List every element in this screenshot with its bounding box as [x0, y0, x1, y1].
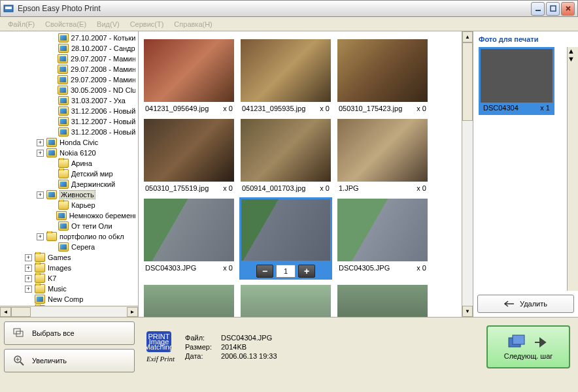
- qty-plus-button[interactable]: +: [298, 265, 315, 278]
- tree-item-label: 30.05.2009 - ND Clu: [71, 86, 135, 94]
- select-all-icon: [12, 327, 26, 339]
- thumbnail[interactable]: DSC04303.JPGx 0: [143, 197, 235, 280]
- svg-rect-15: [513, 335, 524, 344]
- tree-expander: [48, 181, 56, 188]
- tree-expander[interactable]: +: [37, 191, 44, 199]
- tree-item[interactable]: 28.10.2007 - Сандр: [0, 43, 138, 54]
- folder-icon: [58, 86, 68, 95]
- tree-item[interactable]: +Games: [0, 252, 138, 263]
- tree-item[interactable]: +Nokia 6120: [0, 148, 138, 158]
- thumbnail[interactable]: [239, 284, 332, 317]
- print-queue-header: Фото для печати: [473, 31, 578, 47]
- print-queue-item[interactable]: DSC04304 x 1: [479, 47, 554, 115]
- print-vscrollbar[interactable]: ▲▼: [567, 47, 578, 291]
- tree-item-label: New Comp: [48, 295, 83, 303]
- menu-file[interactable]: Файл(F): [3, 20, 40, 28]
- folder-icon: [46, 148, 57, 157]
- thumbnail[interactable]: −+: [239, 197, 332, 280]
- thumbnail[interactable]: [143, 284, 235, 317]
- tree-expander[interactable]: +: [25, 254, 32, 261]
- tree-item[interactable]: 31.12.2008 - Новый: [0, 127, 138, 137]
- tree-item[interactable]: +Honda Civic: [0, 137, 138, 148]
- delete-button[interactable]: Удалить: [477, 295, 574, 313]
- tree-item[interactable]: 29.07.2009 - Мамин: [0, 74, 138, 85]
- tree-item[interactable]: Детский мир: [0, 169, 138, 179]
- tree-expander[interactable]: +: [37, 150, 44, 157]
- next-step-button[interactable]: Следующ. шаг: [486, 325, 570, 368]
- tree-item[interactable]: +Images: [0, 263, 138, 273]
- tree-expander: [48, 171, 56, 178]
- delete-arrow-icon: [504, 300, 515, 308]
- tree-item[interactable]: 31.12.2007 - Новый: [0, 116, 138, 127]
- thumbnail[interactable]: 041231_095649.jpgx 0: [143, 38, 235, 114]
- qty-minus-button[interactable]: −: [256, 265, 273, 278]
- tree-expander: [48, 97, 56, 105]
- thumbnail[interactable]: 050914_001703.jpgx 0: [239, 118, 332, 193]
- tree-item[interactable]: 31.12.2006 - Новый: [0, 106, 138, 116]
- select-all-button[interactable]: Выбрать все: [4, 321, 135, 345]
- tree-hscrollbar[interactable]: ◄►: [0, 306, 138, 317]
- folder-icon: [58, 221, 69, 231]
- tree-item[interactable]: +портфолио по обкл: [0, 231, 138, 242]
- tree-expander[interactable]: +: [25, 286, 32, 293]
- tree-item[interactable]: +K7: [0, 273, 138, 284]
- menu-service[interactable]: Сервис(T): [125, 20, 169, 28]
- thumbnail[interactable]: DSC04305.JPGx 0: [336, 197, 429, 280]
- print-thumb-count: x 1: [540, 104, 550, 112]
- tree-item[interactable]: 31.03.2007 - Уха: [0, 95, 138, 106]
- folder-icon: [35, 253, 45, 262]
- tree-item[interactable]: Немножко беременн: [0, 210, 138, 221]
- tree-item[interactable]: Арина: [0, 158, 138, 169]
- thumbnail[interactable]: 1.JPGx 0: [336, 118, 429, 193]
- tree-item[interactable]: Карьер: [0, 200, 138, 210]
- tree-item-label: Games: [48, 253, 71, 261]
- zoom-button[interactable]: Увеличить: [4, 349, 135, 372]
- tree-item[interactable]: 29.07.2007 - Мамин: [0, 54, 138, 64]
- delete-label: Удалить: [520, 300, 547, 308]
- tree-item[interactable]: 27.10.2007 - Котьки: [0, 33, 138, 43]
- tree-item[interactable]: 29.07.2008 - Мамин: [0, 64, 138, 74]
- tree-item-label: 28.10.2007 - Сандр: [71, 44, 135, 52]
- tree-expander[interactable]: +: [37, 233, 44, 240]
- thumbnail[interactable]: 041231_095935.jpgx 0: [239, 38, 332, 114]
- menu-properties[interactable]: Свойства(E): [40, 20, 92, 28]
- svg-text:Matching: Matching: [146, 343, 171, 351]
- thumb-vscrollbar[interactable]: ▲▼: [462, 31, 473, 317]
- thumb-filename: 050914_001703.jpg: [242, 184, 305, 192]
- thumbnail-image: [241, 119, 331, 182]
- tree-item[interactable]: +Music: [0, 284, 138, 294]
- folder-icon: [58, 75, 68, 84]
- menu-bar: Файл(F) Свойства(E) Вид(V) Сервис(T) Спр…: [0, 17, 578, 31]
- thumbnail-image: [144, 39, 234, 102]
- folder-tree[interactable]: 27.10.2007 - Котьки28.10.2007 - Сандр29.…: [0, 31, 138, 306]
- tree-expander: [48, 244, 56, 251]
- minimize-button[interactable]: [531, 2, 545, 16]
- tree-item[interactable]: +Живность: [0, 189, 138, 200]
- tree-item-label: 31.12.2008 - Новый: [71, 128, 135, 136]
- tree-item[interactable]: От тети Оли: [0, 221, 138, 231]
- menu-view[interactable]: Вид(V): [92, 20, 125, 28]
- thumb-count: x 0: [320, 184, 330, 192]
- tree-item[interactable]: New Comp: [0, 294, 138, 304]
- tree-expander[interactable]: +: [25, 275, 32, 282]
- folder-icon: [58, 96, 69, 105]
- folder-icon: [58, 201, 69, 210]
- maximize-button[interactable]: [546, 2, 560, 16]
- thumbnail[interactable]: 050310_175423.jpgx 0: [336, 38, 429, 114]
- tree-expander[interactable]: +: [37, 139, 44, 146]
- bottom-left-buttons: Выбрать все Увеличить: [0, 317, 139, 376]
- tree-item-label: 31.12.2007 - Новый: [71, 118, 135, 125]
- tree-expander: [48, 87, 55, 94]
- tree-item[interactable]: Серега: [0, 242, 138, 252]
- qty-input[interactable]: [276, 265, 296, 278]
- tree-item[interactable]: Дзержинский: [0, 179, 138, 189]
- thumbnail[interactable]: 050310_175519.jpgx 0: [143, 118, 235, 193]
- tree-item-label: K7: [48, 274, 56, 282]
- thumbnail[interactable]: [336, 284, 429, 317]
- app-icon: [3, 3, 14, 14]
- select-all-label: Выбрать все: [32, 329, 75, 337]
- close-button[interactable]: [561, 2, 575, 16]
- menu-help[interactable]: Справка(H): [169, 20, 217, 28]
- tree-item[interactable]: 30.05.2009 - ND Clu: [0, 85, 138, 95]
- tree-expander[interactable]: +: [25, 265, 32, 272]
